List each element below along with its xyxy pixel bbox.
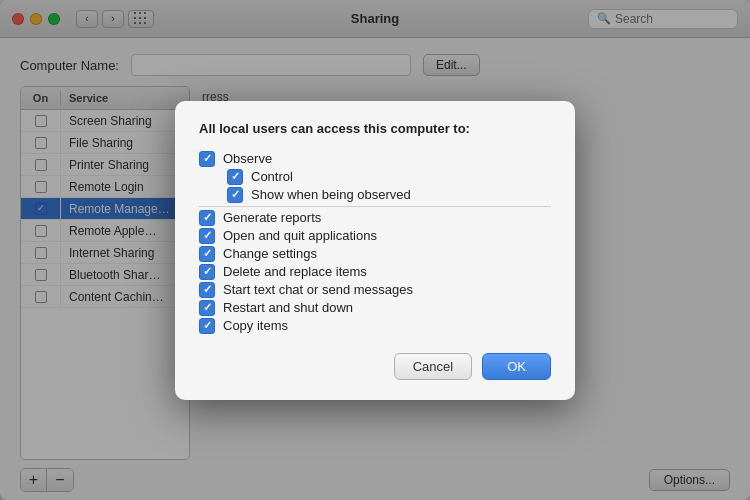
permission-checkbox-show-observed[interactable] [227, 187, 243, 203]
divider [199, 206, 551, 207]
permission-checkbox-restart-shutdown[interactable] [199, 300, 215, 316]
permission-row-copy-items[interactable]: Copy items [199, 317, 551, 335]
permission-label-control: Control [251, 169, 293, 184]
modal-title: All local users can access this computer… [199, 121, 551, 136]
permission-checkbox-generate-reports[interactable] [199, 210, 215, 226]
ok-button[interactable]: OK [482, 353, 551, 380]
permission-row-show-observed[interactable]: Show when being observed [199, 186, 551, 204]
modal-buttons: Cancel OK [199, 353, 551, 380]
permission-label-delete-replace: Delete and replace items [223, 264, 367, 279]
permission-label-restart-shutdown: Restart and shut down [223, 300, 353, 315]
permission-checkbox-text-chat[interactable] [199, 282, 215, 298]
permission-row-open-quit[interactable]: Open and quit applications [199, 227, 551, 245]
permission-row-change-settings[interactable]: Change settings [199, 245, 551, 263]
permission-label-open-quit: Open and quit applications [223, 228, 377, 243]
permission-row-delete-replace[interactable]: Delete and replace items [199, 263, 551, 281]
permission-label-change-settings: Change settings [223, 246, 317, 261]
permission-label-show-observed: Show when being observed [251, 187, 411, 202]
permission-checkbox-control[interactable] [227, 169, 243, 185]
cancel-button[interactable]: Cancel [394, 353, 472, 380]
permission-row-control[interactable]: Control [199, 168, 551, 186]
permission-label-text-chat: Start text chat or send messages [223, 282, 413, 297]
permissions-container: ObserveControlShow when being observedGe… [199, 150, 551, 335]
modal-overlay: All local users can access this computer… [0, 0, 750, 500]
permission-checkbox-copy-items[interactable] [199, 318, 215, 334]
permission-checkbox-open-quit[interactable] [199, 228, 215, 244]
permission-row-observe[interactable]: Observe [199, 150, 551, 168]
permission-label-observe: Observe [223, 151, 272, 166]
permission-checkbox-observe[interactable] [199, 151, 215, 167]
permission-row-restart-shutdown[interactable]: Restart and shut down [199, 299, 551, 317]
permission-checkbox-delete-replace[interactable] [199, 264, 215, 280]
permission-checkbox-change-settings[interactable] [199, 246, 215, 262]
main-window: ‹ › Sharing 🔍 Computer Name: Edit... [0, 0, 750, 500]
permission-row-generate-reports[interactable]: Generate reports [199, 209, 551, 227]
permission-label-generate-reports: Generate reports [223, 210, 321, 225]
modal-dialog: All local users can access this computer… [175, 101, 575, 400]
permission-row-text-chat[interactable]: Start text chat or send messages [199, 281, 551, 299]
permission-label-copy-items: Copy items [223, 318, 288, 333]
